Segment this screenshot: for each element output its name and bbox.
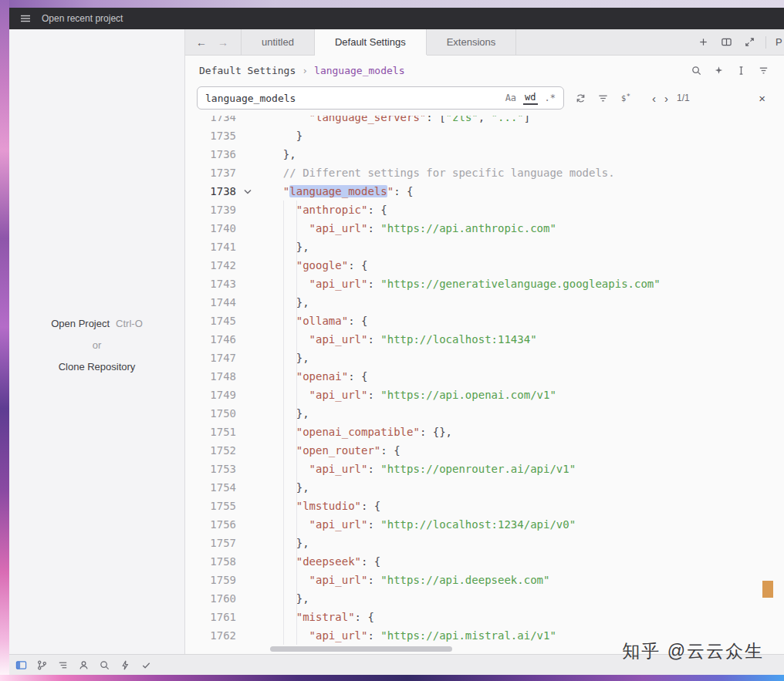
code-line[interactable]: 1735 } (185, 126, 784, 145)
assistant-sparkle-icon[interactable] (711, 63, 725, 77)
code-line[interactable]: 1749 "api_url": "https://api.openai.com/… (185, 386, 784, 404)
line-number: 1755 (185, 497, 236, 515)
code-line[interactable]: 1756 "api_url": "http://localhost:1234/a… (185, 515, 784, 534)
code-text: "api_url": "https://api.deepseek.com" (259, 571, 549, 589)
fold-column (236, 626, 259, 645)
case-sensitive-toggle[interactable]: Aa (504, 92, 518, 104)
code-text: "mistral": { (259, 608, 374, 626)
fold-column (236, 589, 259, 608)
code-line[interactable]: 1752 "open_router": { (185, 441, 784, 460)
tab-default-settings[interactable]: Default Settings (315, 29, 427, 55)
new-tab-icon[interactable] (696, 35, 710, 49)
line-number: 1739 (185, 201, 236, 219)
actions-icon[interactable] (118, 658, 132, 672)
code-line[interactable]: 1760 }, (185, 589, 784, 608)
project-search-icon[interactable] (97, 658, 111, 672)
split-pane-icon[interactable] (719, 35, 733, 49)
svg-text:*: * (626, 93, 630, 100)
diagnostics-check-icon[interactable] (139, 658, 153, 672)
code-editor[interactable]: 1734 "language_servers": ["zls", "..."]1… (185, 116, 784, 654)
line-number: 1747 (185, 349, 236, 367)
code-line[interactable]: 1737 // Different settings for specific … (185, 164, 784, 182)
regex-toggle[interactable]: .* (543, 92, 557, 104)
code-line[interactable]: 1758 "deepseek": { (185, 552, 784, 571)
code-line[interactable]: 1757 }, (185, 534, 784, 552)
title-bar-project-button[interactable]: Open recent project (42, 13, 123, 24)
code-text: } (259, 126, 302, 145)
code-line[interactable]: 1753 "api_url": "https://openrouter.ai/a… (185, 460, 784, 478)
quick-actions-icon[interactable] (756, 63, 770, 77)
selection-search-icon[interactable] (573, 91, 587, 105)
code-text: "language_servers": ["zls", "..."] (259, 116, 530, 126)
code-line[interactable]: 1761 "mistral": { (185, 608, 784, 626)
close-search-icon[interactable]: × (759, 92, 765, 105)
project-panel-icon[interactable] (14, 658, 28, 672)
code-line[interactable]: 1734 "language_servers": ["zls", "..."] (185, 116, 784, 126)
tab-untitled[interactable]: untitled (241, 29, 315, 55)
open-project-shortcut: Ctrl-O (116, 318, 143, 329)
breadcrumb-separator-icon: › (302, 65, 308, 76)
fold-column (236, 367, 259, 386)
line-number: 1750 (185, 404, 236, 423)
whole-word-toggle[interactable]: wd (523, 91, 537, 105)
code-line[interactable]: 1754 }, (185, 478, 784, 497)
code-line[interactable]: 1750 }, (185, 404, 784, 423)
code-line[interactable]: 1739 "anthropic": { (185, 201, 784, 219)
code-line[interactable]: 1746 "api_url": "http://localhost:11434" (185, 330, 784, 349)
fold-column (236, 256, 259, 275)
replace-toggle-icon[interactable]: $* (618, 91, 632, 105)
code-line[interactable]: 1747 }, (185, 349, 784, 367)
zed-window: Open recent project Open ProjectCtrl-O o… (9, 8, 784, 675)
code-line[interactable]: 1743 "api_url": "https://generativelangu… (185, 275, 784, 293)
buffer-search-icon[interactable] (689, 63, 703, 77)
nav-back-icon[interactable]: ← (196, 36, 207, 49)
inline-assist-icon[interactable] (734, 63, 748, 77)
expand-icon[interactable] (742, 35, 756, 49)
scrollbar-search-marker[interactable] (762, 581, 773, 598)
code-line[interactable]: 1736 }, (185, 145, 784, 164)
code-line[interactable]: 1748 "openai": { (185, 367, 784, 386)
open-project-button[interactable]: Open Project (51, 318, 110, 329)
search-query[interactable]: language_models (205, 93, 498, 104)
code-line[interactable]: 1755 "lmstudio": { (185, 497, 784, 515)
fold-column (236, 293, 259, 312)
fold-column (236, 441, 259, 460)
code-line[interactable]: 1740 "api_url": "https://api.anthropic.c… (185, 219, 784, 238)
fold-chevron-icon[interactable] (236, 182, 259, 201)
line-number: 1757 (185, 534, 236, 552)
line-number: 1734 (185, 116, 236, 126)
watermark: 知乎 @云云众生 (622, 639, 764, 663)
code-text: "openai": { (259, 367, 367, 386)
code-line[interactable]: 1751 "openai_compatible": {}, (185, 423, 784, 441)
desktop-wallpaper-top (0, 0, 784, 8)
code-line[interactable]: 1759 "api_url": "https://api.deepseek.co… (185, 571, 784, 589)
tab-extensions[interactable]: Extensions (427, 29, 517, 55)
collaborators-icon[interactable] (76, 658, 90, 672)
code-line[interactable]: 1744 }, (185, 293, 784, 312)
code-line[interactable]: 1745 "ollama": { (185, 312, 784, 330)
menu-icon[interactable] (19, 12, 32, 25)
code-line[interactable]: 1738 "language_models": { (185, 182, 784, 201)
code-text: }, (259, 478, 309, 497)
search-input[interactable]: language_models Aa wd .* (197, 86, 564, 110)
breadcrumb-root[interactable]: Default Settings (199, 65, 296, 76)
fold-column (236, 238, 259, 256)
filter-lines-icon[interactable] (596, 91, 610, 105)
fold-column (236, 460, 259, 478)
git-branch-icon[interactable] (35, 658, 49, 672)
fold-column (236, 571, 259, 589)
breadcrumb-leaf[interactable]: language_models (314, 65, 404, 76)
next-match-icon[interactable]: › (664, 92, 668, 105)
code-line[interactable]: 1742 "google": { (185, 256, 784, 275)
outline-panel-icon[interactable] (56, 658, 69, 672)
code-text: "openai_compatible": {}, (259, 423, 452, 441)
clone-repository-button[interactable]: Clone Repository (59, 361, 136, 373)
code-text: "lmstudio": { (259, 497, 380, 515)
code-text: }, (259, 238, 309, 256)
code-line[interactable]: 1741 }, (185, 238, 784, 256)
line-number: 1736 (185, 145, 236, 164)
prev-match-icon[interactable]: ‹ (652, 92, 656, 105)
clipped-panel-button[interactable]: P (776, 36, 782, 48)
nav-forward-icon[interactable]: → (218, 36, 228, 49)
horizontal-scrollbar-thumb[interactable] (270, 646, 452, 652)
